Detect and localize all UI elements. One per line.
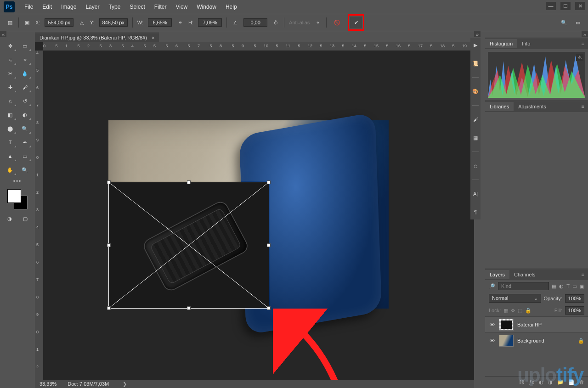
dock-brush-icon[interactable]: 🖌	[471, 115, 480, 124]
transform-handle-bl[interactable]	[107, 306, 111, 310]
window-maximize-button[interactable]: ☐	[560, 2, 571, 10]
transform-handle-br[interactable]	[267, 306, 271, 310]
menu-filter[interactable]: Filter	[150, 2, 171, 12]
lasso-tool[interactable]: ⊂	[4, 54, 17, 65]
layer-filter-kind-icon[interactable]: 🔎	[489, 283, 495, 289]
menu-edit[interactable]: Edit	[38, 2, 56, 12]
cancel-transform-button[interactable]: 🚫	[331, 17, 343, 28]
ruler-horizontal[interactable]: 0.51.52.53.54.55.56.57.58.59.510.511.512…	[43, 42, 474, 51]
filter-adjust-icon[interactable]: ◐	[559, 283, 564, 289]
tool-overflow-icon[interactable]: •••	[4, 178, 31, 185]
tab-channels[interactable]: Channels	[509, 270, 540, 279]
layer-filter-kind[interactable]: Kind	[498, 282, 549, 290]
filter-type-icon[interactable]: T	[566, 283, 570, 289]
transform-handle-mr[interactable]	[267, 243, 271, 247]
commit-transform-button[interactable]: ✔	[350, 17, 362, 28]
gradient-tool[interactable]: ◐	[18, 109, 31, 120]
tab-layers[interactable]: Layers	[485, 270, 509, 279]
quick-mask-icon[interactable]: ◑	[4, 213, 16, 224]
filter-shape-icon[interactable]: ▭	[572, 283, 577, 289]
status-more-icon[interactable]: ❯	[123, 381, 127, 387]
move-tool[interactable]: ✥	[4, 40, 17, 51]
shape-tool[interactable]: ▭	[18, 151, 31, 162]
dodge-tool[interactable]: 🔍	[18, 123, 31, 134]
status-zoom[interactable]: 33,33%	[40, 381, 57, 387]
dock-paragraph-icon[interactable]: ¶	[471, 208, 480, 217]
layer-name[interactable]: Baterai HP	[517, 322, 584, 327]
blend-mode-select[interactable]: Normal⌄	[489, 294, 541, 303]
crop-tool[interactable]: ✂	[4, 68, 17, 79]
w-input[interactable]: 6,65%	[148, 18, 172, 27]
visibility-toggle-icon[interactable]: 👁	[489, 322, 495, 327]
menu-layer[interactable]: Layer	[81, 2, 103, 12]
dock-swatches-icon[interactable]: ▦	[471, 133, 480, 142]
path-select-tool[interactable]: ▲	[4, 151, 17, 162]
lock-pixels-icon[interactable]: ▦	[503, 308, 508, 314]
close-tab-icon[interactable]: ×	[152, 35, 154, 40]
status-doc-size[interactable]: Doc: 7,03M/7,03M	[68, 381, 109, 387]
history-brush-tool[interactable]: ↺	[18, 96, 31, 107]
window-close-button[interactable]: ✕	[575, 2, 585, 10]
eraser-tool[interactable]: ◧	[4, 109, 17, 120]
skew-h-icon[interactable]: ⦽	[272, 19, 279, 26]
menu-file[interactable]: File	[20, 2, 37, 12]
zoom-tool[interactable]: 🔍	[18, 164, 31, 175]
angle-input[interactable]: 0,00	[243, 18, 267, 27]
tab-histogram[interactable]: Histogram	[485, 39, 517, 48]
menu-window[interactable]: Window	[192, 2, 220, 12]
dock-clone-icon[interactable]: ⎌	[471, 161, 480, 170]
dock-history-icon[interactable]: 📜	[471, 59, 480, 68]
healing-tool[interactable]: ✚	[4, 82, 17, 93]
transform-handle-ml[interactable]	[107, 243, 111, 247]
lock-icon[interactable]: 🔒	[578, 338, 584, 344]
dock-character-icon[interactable]: A|	[471, 189, 480, 198]
dock-play-icon[interactable]: ▶	[471, 40, 480, 50]
tab-adjustments[interactable]: Adjustments	[514, 102, 551, 111]
foreground-color-swatch[interactable]	[7, 189, 21, 203]
delta-icon[interactable]: △	[78, 19, 85, 26]
layer-thumbnail[interactable]	[499, 335, 514, 347]
lock-all-icon[interactable]: 🔒	[525, 308, 531, 314]
libraries-panel-menu-icon[interactable]: ≡	[578, 104, 588, 109]
pen-tool[interactable]: ✒	[18, 137, 31, 148]
link-wh-icon[interactable]: ⚭	[176, 19, 184, 26]
canvas[interactable]: Atur Ukuran dan Posisi	[43, 51, 474, 380]
blur-tool[interactable]: ⬤	[4, 123, 17, 134]
menu-help[interactable]: Help	[221, 2, 241, 12]
transform-handle-tr[interactable]	[267, 180, 271, 184]
hand-tool[interactable]: ✋	[4, 164, 17, 175]
reference-point-icon[interactable]: ▣	[23, 19, 31, 26]
transform-bounding-box[interactable]	[108, 182, 269, 309]
color-swatches[interactable]	[4, 187, 31, 210]
screen-mode-icon[interactable]: ▢	[19, 213, 31, 224]
x-input[interactable]: 554,00 px	[45, 18, 73, 27]
layer-row-background[interactable]: 👁 Background 🔒	[485, 332, 588, 349]
histogram-warning-icon[interactable]: ⚠	[576, 54, 583, 61]
layer-thumbnail[interactable]	[499, 319, 514, 331]
ruler-vertical[interactable]: 45678901234567890123	[35, 51, 43, 380]
visibility-toggle-icon[interactable]: 👁	[489, 338, 495, 343]
eyedropper-tool[interactable]: 💧	[18, 68, 31, 79]
workspace-icon[interactable]: ▭	[574, 19, 582, 26]
histogram-panel-menu-icon[interactable]: ≡	[578, 41, 588, 46]
tab-info[interactable]: Info	[517, 39, 535, 48]
window-minimize-button[interactable]: —	[546, 2, 556, 10]
layer-name[interactable]: Background	[517, 338, 574, 343]
filter-smart-icon[interactable]: ▣	[580, 283, 584, 289]
menu-view[interactable]: View	[171, 2, 192, 12]
tab-libraries[interactable]: Libraries	[485, 102, 514, 111]
transform-handle-bm[interactable]	[187, 306, 191, 310]
warp-icon[interactable]: ⌖	[314, 19, 322, 26]
search-icon[interactable]: 🔍	[560, 19, 568, 26]
lock-position-icon[interactable]: ✥	[511, 308, 515, 314]
dock-styles-icon[interactable]: 🎨	[471, 87, 480, 96]
brush-tool[interactable]: 🖌	[18, 82, 31, 93]
right-dock-collapse-icon[interactable]: »	[582, 31, 588, 37]
type-tool[interactable]: T	[4, 137, 17, 148]
layers-panel-menu-icon[interactable]: ≡	[578, 272, 588, 277]
fill-input[interactable]: 100%	[565, 306, 584, 315]
marquee-tool[interactable]: ▭	[18, 40, 31, 51]
lock-artboard-icon[interactable]: ⬚	[518, 308, 522, 314]
h-input[interactable]: 7,09%	[198, 18, 222, 27]
quick-select-tool[interactable]: ✧	[18, 54, 31, 65]
